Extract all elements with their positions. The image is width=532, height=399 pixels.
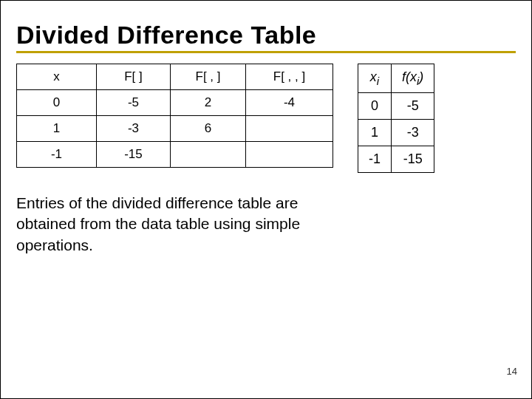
page-number: 14 [507, 366, 517, 377]
table-row: -1 -15 [358, 146, 434, 172]
table-row: 1 -3 [358, 119, 434, 146]
cell [246, 142, 333, 168]
col-fxi: f(xi) [392, 64, 434, 93]
content-row: x F[ ] F[ , ] F[ , , ] 0 -5 2 -4 1 -3 6 … [16, 64, 516, 256]
cell [246, 116, 333, 142]
cell: -15 [97, 142, 171, 168]
cell: -1 [358, 146, 392, 172]
cell: -3 [97, 116, 171, 142]
table-header-row: x F[ ] F[ , ] F[ , , ] [17, 64, 333, 90]
col-f0: F[ ] [97, 64, 171, 90]
cell: 1 [358, 119, 392, 146]
cell: -1 [17, 142, 97, 168]
cell: -5 [392, 92, 434, 119]
table-row: 0 -5 [358, 92, 434, 119]
xi-label: xi [370, 69, 379, 84]
cell: -3 [392, 119, 434, 146]
cell: 0 [358, 92, 392, 119]
cell: 0 [17, 90, 97, 116]
right-column: xi f(xi) 0 -5 1 -3 -1 -15 [358, 64, 434, 173]
table-row: 1 -3 6 [17, 116, 333, 142]
table-header-row: xi f(xi) [358, 64, 434, 93]
cell: -5 [97, 90, 171, 116]
table-row: -1 -15 [17, 142, 333, 168]
page-title: Divided Difference Table [16, 21, 516, 50]
cell: 2 [171, 90, 246, 116]
data-table: xi f(xi) 0 -5 1 -3 -1 -15 [358, 64, 434, 173]
col-xi: xi [358, 64, 392, 93]
col-f2: F[ , , ] [246, 64, 333, 90]
col-f1: F[ , ] [171, 64, 246, 90]
fxi-label: f(xi) [402, 69, 423, 84]
table-row: 0 -5 2 -4 [17, 90, 333, 116]
title-underline [16, 51, 516, 53]
description-text: Entries of the divided difference table … [16, 193, 341, 256]
cell: 6 [171, 116, 246, 142]
left-column: x F[ ] F[ , ] F[ , , ] 0 -5 2 -4 1 -3 6 … [16, 64, 341, 256]
cell: -15 [392, 146, 434, 172]
divided-difference-table: x F[ ] F[ , ] F[ , , ] 0 -5 2 -4 1 -3 6 … [16, 64, 333, 168]
cell: 1 [17, 116, 97, 142]
cell [171, 142, 246, 168]
cell: -4 [246, 90, 333, 116]
col-x: x [17, 64, 97, 90]
